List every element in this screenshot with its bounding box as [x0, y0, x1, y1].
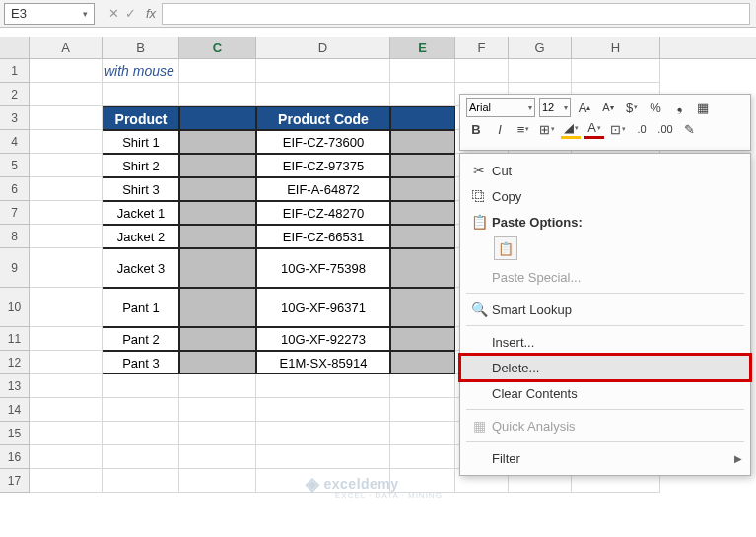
- row-header[interactable]: 14: [0, 398, 30, 422]
- product-cell[interactable]: Shirt 1: [103, 130, 179, 154]
- cell[interactable]: [30, 130, 103, 154]
- cell[interactable]: [103, 445, 179, 469]
- row-header[interactable]: 17: [0, 469, 30, 493]
- code-cell[interactable]: 10G-XF-75398: [256, 248, 390, 288]
- row-header[interactable]: 10: [0, 288, 30, 327]
- table-header-product[interactable]: Product: [103, 106, 179, 130]
- selected-cell[interactable]: [390, 351, 455, 374]
- fx-label[interactable]: fx: [146, 6, 162, 21]
- format-painter-icon[interactable]: ✎: [679, 119, 699, 139]
- cell[interactable]: [572, 59, 660, 83]
- cell[interactable]: [103, 83, 179, 106]
- col-header-D[interactable]: D: [256, 37, 390, 58]
- product-cell[interactable]: Jacket 2: [103, 225, 179, 248]
- selected-cell[interactable]: [179, 248, 256, 288]
- table-header-blank-c[interactable]: [179, 106, 256, 130]
- menu-delete[interactable]: Delete...: [460, 355, 750, 380]
- comma-icon[interactable]: ❟: [669, 98, 689, 117]
- selected-cell[interactable]: [390, 130, 455, 154]
- row-header[interactable]: 11: [0, 327, 30, 351]
- selected-cell[interactable]: [390, 154, 455, 177]
- code-cell[interactable]: EIF-CZ-48270: [256, 201, 390, 225]
- col-header-E[interactable]: E: [390, 37, 455, 58]
- selected-cell[interactable]: [390, 288, 455, 327]
- selected-cell[interactable]: [179, 327, 256, 351]
- code-cell[interactable]: EIF-A-64872: [256, 177, 390, 201]
- cell[interactable]: [30, 445, 103, 469]
- product-cell[interactable]: Jacket 1: [103, 201, 179, 225]
- col-header-B[interactable]: B: [103, 37, 179, 58]
- code-cell[interactable]: 10G-XF-96371: [256, 288, 390, 327]
- row-header[interactable]: 5: [0, 154, 30, 177]
- cell[interactable]: [256, 374, 390, 398]
- selected-cell[interactable]: [390, 327, 455, 351]
- cell[interactable]: [256, 445, 390, 469]
- product-cell[interactable]: Pant 1: [103, 288, 179, 327]
- font-select[interactable]: Arial▾: [466, 98, 535, 117]
- selected-cell[interactable]: [390, 177, 455, 201]
- cell[interactable]: [30, 422, 103, 445]
- code-cell[interactable]: EIF-CZ-73600: [256, 130, 390, 154]
- table-header-code[interactable]: Product Code: [256, 106, 390, 130]
- selected-cell[interactable]: [179, 154, 256, 177]
- cell[interactable]: [390, 398, 455, 422]
- cell[interactable]: [30, 154, 103, 177]
- menu-copy[interactable]: ⿻ Copy: [460, 183, 750, 209]
- row-header[interactable]: 9: [0, 248, 30, 288]
- cell[interactable]: [390, 83, 455, 106]
- row-header[interactable]: 3: [0, 106, 30, 130]
- col-header-H[interactable]: H: [572, 37, 660, 58]
- cell[interactable]: [103, 398, 179, 422]
- font-size-select[interactable]: 12▾: [539, 98, 571, 117]
- row-header[interactable]: 7: [0, 201, 30, 225]
- cell[interactable]: [390, 469, 455, 493]
- cell[interactable]: [509, 59, 572, 83]
- cell[interactable]: [103, 374, 179, 398]
- selected-cell[interactable]: [390, 225, 455, 248]
- row-header[interactable]: 15: [0, 422, 30, 445]
- cell[interactable]: [30, 177, 103, 201]
- cell[interactable]: [30, 248, 103, 288]
- cell[interactable]: [179, 59, 256, 83]
- table-header-blank-e[interactable]: [390, 106, 455, 130]
- product-cell[interactable]: Pant 2: [103, 327, 179, 351]
- cell[interactable]: [30, 327, 103, 351]
- menu-cut[interactable]: ✂ Cut: [460, 158, 750, 183]
- cell[interactable]: [30, 398, 103, 422]
- table-format-icon[interactable]: ▦: [693, 98, 713, 117]
- cell[interactable]: [179, 422, 256, 445]
- selected-cell[interactable]: [179, 201, 256, 225]
- menu-filter[interactable]: Filter ▶: [460, 445, 750, 471]
- name-box[interactable]: E3 ▾: [4, 3, 95, 25]
- col-header-C[interactable]: C: [179, 37, 256, 58]
- cell[interactable]: [256, 59, 390, 83]
- cell[interactable]: [30, 374, 103, 398]
- selected-cell[interactable]: [179, 177, 256, 201]
- decrease-decimal-icon[interactable]: .0: [632, 119, 652, 139]
- product-cell[interactable]: Shirt 2: [103, 154, 179, 177]
- cell[interactable]: [390, 445, 455, 469]
- cell[interactable]: [256, 398, 390, 422]
- code-cell[interactable]: 10G-XF-92273: [256, 327, 390, 351]
- code-cell[interactable]: EIF-CZ-97375: [256, 154, 390, 177]
- merge-icon[interactable]: ⊡▾: [608, 119, 628, 139]
- cell[interactable]: [256, 83, 390, 106]
- code-cell[interactable]: EIF-CZ-66531: [256, 225, 390, 248]
- cell[interactable]: [455, 59, 509, 83]
- selected-cell[interactable]: [390, 248, 455, 288]
- product-cell[interactable]: Jacket 3: [103, 248, 179, 288]
- cell[interactable]: [30, 351, 103, 374]
- col-header-F[interactable]: F: [455, 37, 509, 58]
- select-all-corner[interactable]: [0, 37, 30, 58]
- formula-input[interactable]: [162, 3, 750, 25]
- font-color-icon[interactable]: A▾: [584, 119, 604, 139]
- cell[interactable]: [103, 469, 179, 493]
- currency-icon[interactable]: $▾: [622, 98, 642, 117]
- cell[interactable]: [179, 469, 256, 493]
- fill-color-icon[interactable]: ◢▾: [561, 119, 581, 139]
- cell[interactable]: [30, 106, 103, 130]
- bold-button[interactable]: B: [466, 119, 486, 139]
- decrease-font-icon[interactable]: A▾: [598, 98, 618, 117]
- menu-clear-contents[interactable]: Clear Contents: [460, 380, 750, 406]
- cell[interactable]: [30, 201, 103, 225]
